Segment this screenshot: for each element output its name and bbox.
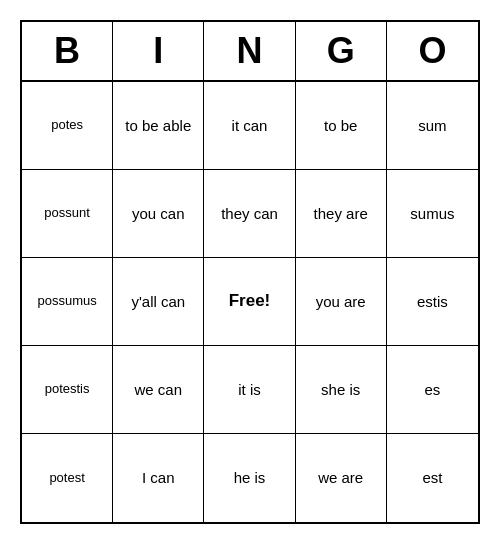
grid-cell: you can [113,170,204,258]
grid-cell: they can [204,170,295,258]
grid-cell: possunt [22,170,113,258]
bingo-header: BINGO [22,22,478,82]
grid-cell: it is [204,346,295,434]
header-cell: B [22,22,113,80]
grid-cell: est [387,434,478,522]
bingo-grid: potesto be ableit canto besumpossuntyou … [22,82,478,522]
grid-cell: it can [204,82,295,170]
grid-cell: we can [113,346,204,434]
grid-cell: we are [296,434,387,522]
grid-cell: estis [387,258,478,346]
grid-cell: y'all can [113,258,204,346]
grid-cell: I can [113,434,204,522]
grid-cell: potes [22,82,113,170]
grid-cell: Free! [204,258,295,346]
grid-cell: possumus [22,258,113,346]
grid-cell: to be [296,82,387,170]
grid-cell: to be able [113,82,204,170]
grid-cell: he is [204,434,295,522]
grid-cell: she is [296,346,387,434]
grid-cell: sum [387,82,478,170]
bingo-card: BINGO potesto be ableit canto besumpossu… [20,20,480,524]
grid-cell: potest [22,434,113,522]
header-cell: I [113,22,204,80]
header-cell: G [296,22,387,80]
header-cell: N [204,22,295,80]
grid-cell: they are [296,170,387,258]
grid-cell: sumus [387,170,478,258]
grid-cell: potestis [22,346,113,434]
grid-cell: es [387,346,478,434]
grid-cell: you are [296,258,387,346]
header-cell: O [387,22,478,80]
